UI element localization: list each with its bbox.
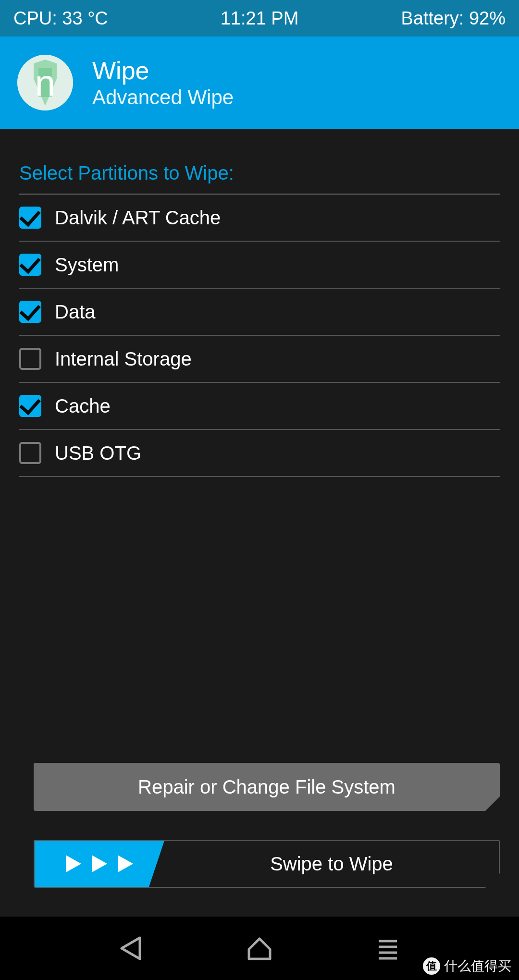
partition-list: Dalvik / ART CacheSystemDataInternal Sto… [19,195,500,477]
svg-marker-5 [122,938,140,959]
battery-level: Battery: 92% [401,8,506,29]
swipe-label: Swipe to Wipe [164,853,499,875]
back-triangle-icon [118,935,145,962]
play-icon [114,852,137,875]
svg-marker-2 [66,855,81,872]
watermark-badge: 值 [423,957,440,975]
partition-item[interactable]: Cache [19,383,500,430]
clock: 11:21 PM [221,8,299,29]
menu-lines-icon [376,936,400,960]
partition-checkbox[interactable] [19,442,41,464]
swipe-to-wipe-slider[interactable]: Swipe to Wipe [34,840,500,888]
watermark-text: 什么值得买 [444,957,511,975]
page-subtitle: Advanced Wipe [92,86,234,109]
partition-item[interactable]: Dalvik / ART Cache [19,195,500,242]
repair-button-label: Repair or Change File System [138,776,395,798]
home-button[interactable] [244,933,275,964]
back-button[interactable] [116,933,147,964]
partition-label: Data [55,301,96,323]
partition-checkbox[interactable] [19,254,41,276]
watermark: 值 什么值得买 [423,957,511,975]
section-label: Select Partitions to Wipe: [19,162,500,195]
partition-label: Internal Storage [55,348,192,370]
partition-item[interactable]: Data [19,289,500,336]
repair-change-filesystem-button[interactable]: Repair or Change File System [34,763,500,811]
logo-letter: n [35,62,55,104]
home-icon [245,934,274,963]
status-bar: CPU: 33 °C 11:21 PM Battery: 92% [0,0,519,37]
partition-item[interactable]: System [19,242,500,289]
page-title: Wipe [92,56,234,85]
partition-checkbox[interactable] [19,348,41,370]
partition-label: USB OTG [55,442,141,464]
swipe-handle[interactable] [35,841,164,887]
partition-item[interactable]: USB OTG [19,430,500,477]
play-icon [62,852,85,875]
svg-marker-4 [118,855,133,872]
menu-button[interactable] [372,933,403,964]
app-logo-icon: n [17,55,73,110]
partition-label: Cache [55,395,111,417]
partition-label: System [55,254,119,276]
cpu-temp: CPU: 33 °C [13,8,108,29]
play-icon [88,852,111,875]
partition-label: Dalvik / ART Cache [55,207,221,229]
header: n Wipe Advanced Wipe [0,37,519,129]
partition-checkbox[interactable] [19,395,41,417]
partition-checkbox[interactable] [19,207,41,229]
svg-marker-3 [92,855,107,872]
partition-checkbox[interactable] [19,301,41,323]
content-area: Select Partitions to Wipe: Dalvik / ART … [0,129,519,917]
partition-item[interactable]: Internal Storage [19,336,500,383]
